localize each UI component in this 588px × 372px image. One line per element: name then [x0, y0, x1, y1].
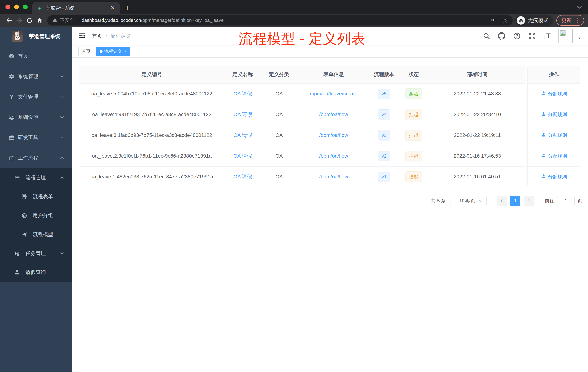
help-icon[interactable]: [513, 32, 521, 40]
window-close-button[interactable]: [5, 5, 10, 9]
forward-icon[interactable]: [14, 15, 24, 25]
tags-view-tag-1[interactable]: 流程定义×: [96, 47, 130, 56]
pagination-next-button[interactable]: [524, 196, 534, 206]
back-icon[interactable]: [4, 15, 14, 25]
avatar[interactable]: [558, 29, 573, 43]
sidebar-item-leave-query[interactable]: 请假查询: [0, 263, 72, 282]
pagination-page-suffix: 页: [578, 198, 582, 204]
table-column-header: 定义编号: [79, 66, 225, 83]
url-path: /bpm/manager/definition?key=oa_leave: [141, 17, 224, 23]
incognito-icon: [517, 16, 525, 25]
sidebar-item-workflow[interactable]: 工作流程: [0, 148, 72, 168]
form-info-link[interactable]: /bpm/oa/flow: [319, 111, 348, 117]
sidebar-item-label: 流程模型: [33, 231, 53, 238]
assign-rule-link[interactable]: 分配规则: [541, 174, 567, 180]
assign-user-icon: [541, 153, 546, 159]
browser-menu-dots-icon[interactable]: ⋮: [575, 17, 581, 23]
update-button[interactable]: 更新 ⋮: [556, 15, 584, 26]
form-info-link[interactable]: /bpm/oa/leave/create: [310, 91, 357, 97]
font-size-icon[interactable]: TT: [544, 33, 551, 40]
definition-name-link[interactable]: OA 请假: [233, 153, 252, 159]
tag-close-icon[interactable]: ×: [124, 49, 127, 54]
breadcrumb-current: 流程定义: [110, 33, 131, 40]
sidebar-item-payment[interactable]: ¥支付管理: [0, 87, 72, 107]
app-title: 芋道管理系统: [29, 33, 60, 40]
definition-name-link[interactable]: OA 请假: [233, 132, 252, 138]
pagination-goto-input[interactable]: [557, 196, 575, 206]
window-zoom-button[interactable]: [23, 5, 28, 9]
pagination-prev-button[interactable]: [497, 196, 507, 206]
definition-name-link[interactable]: OA 请假: [233, 174, 252, 179]
assign-user-icon: [541, 132, 546, 139]
pagination-total: 共 5 条: [431, 198, 446, 204]
page-size-select[interactable]: 10条/页: [451, 196, 487, 206]
window-chevron-down-icon[interactable]: [576, 4, 583, 11]
reload-icon[interactable]: [24, 15, 34, 25]
browser-tab[interactable]: 芋道管理系统 ✕: [32, 2, 120, 14]
bookmark-star-icon[interactable]: ☆: [502, 17, 508, 24]
assign-user-icon: [541, 111, 546, 118]
send-icon: [21, 231, 28, 238]
assign-rule-link[interactable]: 分配规则: [541, 132, 567, 139]
sidebar-item-label: 任务管理: [25, 250, 46, 257]
chevron-down-icon: [59, 74, 64, 79]
cell-definition-id: oa_leave:5:004b710b-7b8a-11ec-8ef0-acde4…: [79, 83, 225, 104]
assign-rule-link[interactable]: 分配规则: [541, 91, 567, 97]
breadcrumb: 首页 / 流程定义: [92, 33, 131, 40]
pagination-page-1[interactable]: 1: [510, 196, 520, 206]
definition-name-link[interactable]: OA 请假: [233, 91, 252, 97]
sidebar-item-process-model[interactable]: 流程模型: [0, 225, 72, 244]
table-row: oa_leave:5:004b710b-7b8a-11ec-8ef0-acde4…: [79, 83, 525, 104]
form-info-link[interactable]: /bpm/oa/flow: [319, 174, 348, 179]
page-content: 定义编号定义名称定义分类表单信息流程版本状态部署时间 oa_leave:5:00…: [72, 57, 588, 372]
github-icon[interactable]: [498, 32, 505, 40]
browser-tab-strip: 芋道管理系统 ✕ +: [0, 0, 588, 14]
form-icon: [21, 193, 28, 200]
tab-favicon-plant-icon: [36, 5, 42, 11]
tags-view-tag-0[interactable]: 首页: [78, 47, 94, 56]
security-label: 不安全: [60, 17, 74, 23]
form-info-link[interactable]: /bpm/oa/flow: [319, 153, 348, 159]
sidebar-item-infra[interactable]: 基础设施: [0, 107, 72, 127]
select-chevron-down-icon: [478, 198, 483, 203]
url-bar[interactable]: 不安全 dashboard.yudao.iocoder.cn /bpm/mana…: [47, 15, 513, 25]
form-info-link[interactable]: /bpm/oa/flow: [319, 132, 348, 138]
sidebar-item-label: 首页: [18, 53, 28, 59]
search-icon[interactable]: [483, 33, 490, 40]
page-size-value: 10条/页: [456, 198, 478, 204]
security-warning-icon[interactable]: [52, 17, 58, 24]
sidebar-item-label: 工作流程: [18, 154, 38, 161]
tab-close-icon[interactable]: ✕: [110, 5, 116, 11]
sidebar-logo-row[interactable]: 芋道管理系统: [0, 27, 72, 46]
update-label: 更新: [561, 17, 572, 24]
process-version-badge: v5: [378, 89, 390, 99]
cell-definition-category: OA: [261, 166, 297, 187]
home-icon[interactable]: [34, 15, 45, 25]
sidebar-item-label: 研发工具: [18, 134, 38, 141]
sidebar-item-home[interactable]: 首页: [0, 46, 72, 66]
sidebar-collapse-hamburger-icon[interactable]: [78, 32, 86, 40]
process-version-badge: v1: [378, 172, 390, 182]
sidebar-item-process-mgmt[interactable]: 流程管理: [0, 168, 72, 187]
sidebar-item-devtools[interactable]: 研发工具: [0, 127, 72, 148]
assign-rule-link[interactable]: 分配规则: [541, 153, 567, 159]
fullscreen-icon[interactable]: [528, 32, 536, 40]
sidebar-item-task-mgmt[interactable]: 任务管理: [0, 244, 72, 263]
definition-name-link[interactable]: OA 请假: [233, 111, 252, 117]
assign-rule-link[interactable]: 分配规则: [541, 111, 567, 118]
sidebar-item-user-group[interactable]: 用户分组: [0, 206, 72, 225]
cell-definition-category: OA: [261, 83, 297, 104]
active-tag-dot: [100, 50, 103, 53]
breadcrumb-home[interactable]: 首页: [92, 33, 102, 40]
avatar-caret-down-icon[interactable]: [577, 36, 582, 41]
sidebar-item-system[interactable]: 系统管理: [0, 66, 72, 87]
table-column-header-actions: 操作: [528, 66, 580, 83]
table-column-header: 状态: [398, 66, 429, 83]
window-minimize-button[interactable]: [14, 5, 19, 9]
new-tab-button[interactable]: +: [125, 4, 130, 12]
key-icon[interactable]: [491, 17, 497, 24]
sidebar-item-process-form[interactable]: 流程表单: [0, 187, 72, 206]
assign-user-icon: [541, 91, 546, 97]
tag-label: 流程定义: [104, 48, 122, 54]
process-version-badge: v2: [378, 151, 390, 161]
